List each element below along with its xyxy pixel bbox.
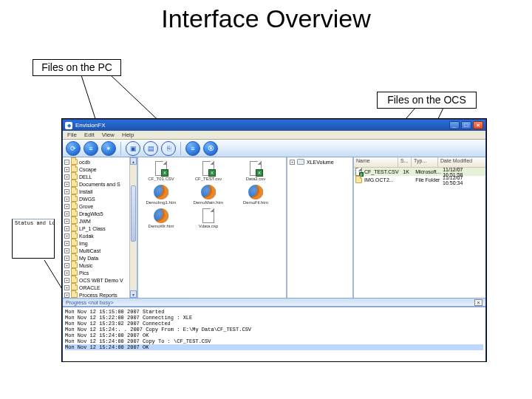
titlebar[interactable]: ◆ EnvisionFX _ □ × bbox=[63, 120, 485, 131]
file-label: DemoImg1.htm bbox=[146, 200, 176, 205]
menu-edit[interactable]: Edit bbox=[84, 132, 95, 138]
folder-icon bbox=[71, 166, 78, 172]
expand-icon[interactable]: + bbox=[64, 285, 69, 290]
workarea: −ocdb +Cscape +DELL +Documents and S +In… bbox=[63, 157, 485, 298]
expand-icon[interactable]: + bbox=[64, 174, 69, 180]
folder-icon bbox=[71, 277, 78, 283]
html-file-icon bbox=[201, 185, 216, 200]
file-item[interactable]: X CF_TEST.csv bbox=[188, 160, 228, 181]
folder-tree[interactable]: −ocdb +Cscape +DELL +Documents and S +In… bbox=[63, 157, 137, 298]
folder-icon bbox=[71, 203, 78, 209]
expand-icon[interactable]: + bbox=[290, 160, 295, 165]
progress-cancel-button[interactable]: × bbox=[474, 299, 482, 306]
toolbar-button-1[interactable]: ⟳ bbox=[66, 141, 81, 156]
expand-icon[interactable]: + bbox=[64, 233, 69, 239]
toolbar-separator bbox=[120, 142, 121, 155]
menu-help[interactable]: Help bbox=[122, 132, 134, 138]
expand-icon[interactable]: + bbox=[64, 278, 69, 283]
col-type[interactable]: Typ... bbox=[412, 157, 438, 167]
file-item[interactable]: DemoImg1.htm bbox=[141, 184, 181, 205]
folder-icon bbox=[71, 196, 78, 202]
file-item[interactable]: DemoMain.htm bbox=[188, 184, 228, 205]
pc-files-pane: X CF_T01.CSV X CF_TEST.csv X Data2.csv D… bbox=[138, 157, 287, 298]
status-log[interactable]: Mon Nov 12 15:15:00 2007 Started Mon Nov… bbox=[63, 307, 485, 361]
log-line: Mon Nov 12 15:24:00 2007 Copy To : \CF_T… bbox=[65, 338, 483, 344]
file-item[interactable]: X Data2.csv bbox=[236, 160, 276, 181]
progress-bar: Progress <not busy> × bbox=[63, 298, 485, 307]
toolbar-separator bbox=[180, 142, 181, 155]
csp-file-icon bbox=[202, 208, 214, 223]
ocs-file-row[interactable]: IMG.OCT2... File Folder 11/12/07 16:50:3… bbox=[354, 176, 485, 184]
toolbar-button-3[interactable]: ✶ bbox=[101, 141, 116, 156]
file-item[interactable]: Vdata.csp bbox=[188, 208, 228, 228]
callout-status-log: Status and Log bbox=[12, 219, 55, 259]
tree-item[interactable]: +Process Reports bbox=[63, 291, 137, 298]
close-button[interactable]: × bbox=[473, 121, 483, 129]
file-label: Vdata.csp bbox=[199, 224, 219, 228]
expand-icon[interactable]: + bbox=[64, 270, 69, 276]
csv-file-icon: X bbox=[202, 161, 214, 176]
csv-file-icon: X bbox=[250, 161, 262, 176]
folder-icon bbox=[71, 188, 78, 194]
expand-icon[interactable]: + bbox=[64, 219, 69, 224]
menu-file[interactable]: File bbox=[67, 132, 77, 138]
toolbar-button-8[interactable]: ⦿ bbox=[203, 141, 218, 156]
folder-icon bbox=[71, 248, 78, 253]
file-item[interactable]: X CF_T01.CSV bbox=[141, 160, 181, 181]
html-file-icon bbox=[154, 185, 168, 200]
expand-icon[interactable]: + bbox=[64, 197, 69, 202]
folder-icon bbox=[71, 211, 78, 216]
expand-icon[interactable]: + bbox=[64, 226, 69, 231]
col-name[interactable]: Name bbox=[354, 157, 398, 167]
expand-icon[interactable]: + bbox=[64, 167, 69, 172]
menu-view[interactable]: View bbox=[102, 132, 115, 138]
ocs-drive-label: XLEVolume bbox=[307, 160, 334, 165]
expand-icon[interactable]: + bbox=[64, 204, 69, 209]
toolbar-button-6[interactable]: ⎘ bbox=[161, 141, 176, 156]
folder-icon bbox=[71, 233, 78, 239]
expand-icon[interactable]: + bbox=[64, 293, 69, 298]
folder-icon bbox=[71, 270, 78, 276]
expand-icon[interactable]: + bbox=[64, 263, 69, 268]
col-date[interactable]: Date Modified bbox=[438, 157, 485, 167]
ocs-drive-row[interactable]: + XLEVolume bbox=[287, 157, 352, 166]
file-label: DemoFil.htm bbox=[243, 200, 268, 205]
file-item[interactable]: DemoWr.htm bbox=[141, 208, 181, 228]
expand-icon[interactable]: + bbox=[64, 182, 69, 187]
file-label: Data2.csv bbox=[246, 177, 266, 181]
ocs-path-pane: + XLEVolume bbox=[287, 157, 354, 298]
scroll-up-icon[interactable]: ▴ bbox=[130, 157, 137, 165]
file-item[interactable]: DemoFil.htm bbox=[236, 184, 276, 205]
file-label: DemoWr.htm bbox=[149, 224, 174, 228]
expand-icon[interactable]: + bbox=[64, 189, 69, 194]
csv-file-icon: X bbox=[355, 168, 362, 176]
toolbar-button-4[interactable]: ▣ bbox=[126, 141, 140, 156]
scroll-down-icon[interactable]: ▾ bbox=[130, 290, 137, 298]
minimize-button[interactable]: _ bbox=[449, 121, 460, 129]
log-line: Mon Nov 12 15:23:02 2007 Connected bbox=[65, 321, 483, 327]
toolbar-button-5[interactable]: ▤ bbox=[143, 141, 158, 156]
log-line-selected: Mon Nov 12 15:24:00 2007 OK bbox=[65, 344, 483, 350]
expand-icon[interactable]: + bbox=[64, 256, 69, 261]
tree-scrollbar[interactable]: ▴ ▾ bbox=[129, 157, 137, 298]
pc-file-grid[interactable]: X CF_T01.CSV X CF_TEST.csv X Data2.csv D… bbox=[138, 157, 286, 231]
expand-icon[interactable]: + bbox=[64, 211, 69, 216]
log-line: Mon Nov 12 15:15:00 2007 Started bbox=[65, 309, 483, 315]
callout-files-ocs: Files on the OCS bbox=[377, 92, 477, 109]
col-size[interactable]: S... bbox=[398, 157, 412, 167]
expand-icon[interactable]: + bbox=[64, 241, 69, 246]
expand-icon[interactable]: − bbox=[64, 160, 69, 165]
maximize-button[interactable]: □ bbox=[461, 121, 471, 129]
folder-icon bbox=[71, 262, 78, 268]
folder-icon bbox=[71, 284, 78, 290]
folder-icon bbox=[71, 174, 78, 180]
toolbar-button-7[interactable]: ≡ bbox=[185, 141, 200, 156]
toolbar-button-2[interactable]: ≡ bbox=[83, 141, 98, 156]
scroll-thumb[interactable] bbox=[131, 185, 136, 242]
progress-label: Progress <not busy> bbox=[66, 300, 114, 305]
folder-icon bbox=[71, 181, 78, 187]
drive-icon bbox=[297, 159, 304, 165]
expand-icon[interactable]: + bbox=[64, 248, 69, 253]
html-file-icon bbox=[248, 185, 263, 200]
log-line: Mon Nov 12 15:24:. . 2007 Copy From : E:… bbox=[65, 327, 483, 332]
